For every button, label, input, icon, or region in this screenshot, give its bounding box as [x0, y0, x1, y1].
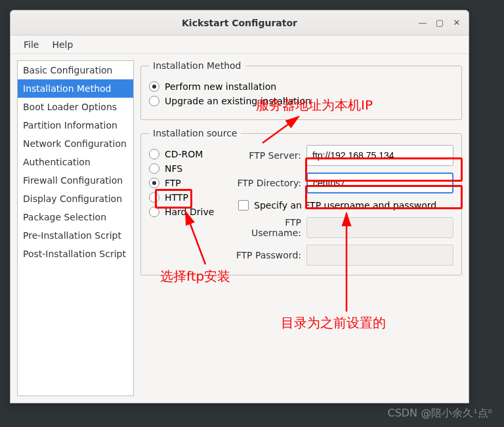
radio-label: Perform new installation — [165, 81, 276, 92]
main-panel: Installation Method Perform new installa… — [140, 60, 462, 396]
sidebar-item-basic-configuration[interactable]: Basic Configuration — [18, 61, 133, 79]
sidebar-item-network-configuration[interactable]: Network Configuration — [18, 134, 133, 153]
sidebar-item-package-selection[interactable]: Package Selection — [18, 208, 133, 226]
ftp-password-label: FTP Password: — [234, 250, 306, 260]
installation-source-group: Installation source CD-ROM NFS — [140, 128, 462, 275]
ftp-directory-label: FTP Directory: — [234, 178, 306, 188]
radio-label: CD-ROM — [165, 149, 203, 159]
radio-cdrom[interactable]: CD-ROM — [149, 149, 221, 159]
checkbox-label: Specify an FTP username and password — [254, 200, 436, 211]
watermark: CSDN @陪小余久¹点⁰ — [387, 407, 492, 420]
radio-hard-drive[interactable]: Hard Drive — [149, 207, 221, 217]
ftp-server-label: FTP Server: — [234, 150, 306, 161]
radio-icon — [149, 178, 159, 188]
menu-file[interactable]: File — [17, 37, 45, 52]
radio-ftp[interactable]: FTP — [149, 178, 221, 188]
sidebar[interactable]: Basic Configuration Installation Method … — [17, 60, 134, 396]
ftp-username-input — [306, 217, 453, 238]
sidebar-item-pre-installation-script[interactable]: Pre-Installation Script — [18, 226, 133, 245]
radio-icon — [149, 149, 159, 159]
ftp-username-label: FTP Username: — [234, 217, 306, 238]
checkbox-icon — [238, 200, 249, 211]
radio-icon — [149, 81, 159, 92]
installation-method-group: Installation Method Perform new installa… — [140, 60, 462, 120]
ftp-password-input — [306, 245, 453, 266]
radio-icon — [149, 163, 159, 174]
sidebar-item-partition-information[interactable]: Partition Information — [18, 116, 133, 134]
menubar: File Help — [10, 35, 469, 54]
window-title: Kickstart Configurator — [182, 18, 297, 28]
sidebar-item-display-configuration[interactable]: Display Configuration — [18, 190, 133, 208]
menu-help[interactable]: Help — [45, 37, 79, 52]
sidebar-item-post-installation-script[interactable]: Post-Installation Script — [18, 245, 133, 263]
radio-icon — [149, 96, 159, 106]
radio-new-installation[interactable]: Perform new installation — [149, 81, 453, 92]
maximize-button[interactable]: ▢ — [433, 16, 446, 30]
installation-method-legend: Installation Method — [149, 60, 245, 71]
sidebar-item-authentication[interactable]: Authentication — [18, 153, 133, 171]
radio-nfs[interactable]: NFS — [149, 163, 221, 174]
radio-icon — [149, 192, 159, 203]
radio-label: HTTP — [165, 192, 188, 203]
sidebar-item-boot-loader-options[interactable]: Boot Loader Options — [18, 98, 133, 116]
radio-upgrade-installation[interactable]: Upgrade an existing installation — [149, 96, 453, 106]
radio-label: Upgrade an existing installation — [165, 96, 311, 106]
radio-label: Hard Drive — [165, 207, 214, 217]
radio-label: NFS — [165, 163, 182, 174]
sidebar-item-installation-method[interactable]: Installation Method — [18, 79, 133, 98]
sidebar-item-firewall-configuration[interactable]: Firewall Configuration — [18, 171, 133, 190]
radio-icon — [149, 207, 159, 217]
minimize-button[interactable]: — — [416, 16, 429, 30]
titlebar: Kickstart Configurator — ▢ ✕ — [10, 10, 469, 35]
installation-source-legend: Installation source — [149, 128, 241, 138]
radio-http[interactable]: HTTP — [149, 192, 221, 203]
specify-credentials-checkbox[interactable]: Specify an FTP username and password — [238, 200, 453, 211]
radio-label: FTP — [165, 178, 181, 188]
app-window: Kickstart Configurator — ▢ ✕ File Help B… — [10, 10, 469, 403]
ftp-directory-input[interactable] — [306, 173, 453, 193]
close-button[interactable]: ✕ — [450, 16, 463, 30]
ftp-server-input[interactable] — [306, 145, 453, 166]
